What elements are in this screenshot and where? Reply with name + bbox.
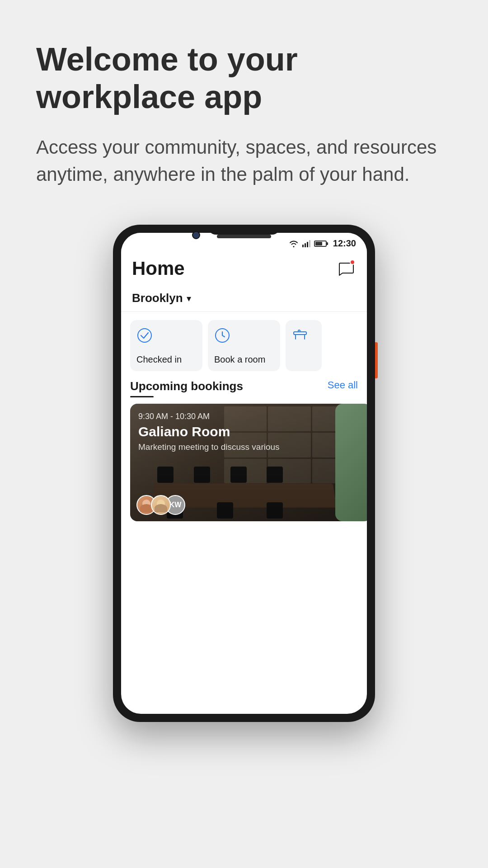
phone-mockup: 12:30 Home Brooklyn ▾ (113, 225, 375, 722)
notification-badge (350, 259, 355, 265)
phone-shell: 12:30 Home Brooklyn ▾ (113, 225, 375, 722)
bookings-section: Upcoming bookings See all (121, 379, 367, 521)
action-card-checked-in[interactable]: Checked in (130, 320, 202, 371)
booking-card-galiano[interactable]: 9:30 AM - 10:30 AM Galiano Room Marketin… (130, 404, 358, 521)
action-label-checked-in: Checked in (136, 354, 196, 365)
action-card-book-room[interactable]: Book a room (208, 320, 280, 371)
phone-screen: 12:30 Home Brooklyn ▾ (121, 233, 367, 714)
status-icons: 12:30 (289, 238, 356, 249)
location-name: Brooklyn (132, 291, 183, 305)
section-header: Upcoming bookings See all (130, 379, 358, 393)
section-underline (130, 396, 154, 397)
avatar-attendee-2 (151, 495, 171, 515)
hero-title: Welcome to your workplace app (36, 41, 452, 116)
app-header: Home (121, 251, 367, 287)
phone-side-button (375, 342, 378, 378)
clock-icon (214, 327, 230, 344)
action-label-book-room: Book a room (214, 354, 274, 365)
attendees: KW (136, 495, 180, 515)
desk-icon (292, 327, 308, 344)
booking-info: 9:30 AM - 10:30 AM Galiano Room Marketin… (130, 404, 358, 460)
section-title: Upcoming bookings (130, 379, 243, 393)
svg-rect-2 (307, 242, 308, 247)
hero-subtitle: Access your community, spaces, and resou… (36, 134, 452, 189)
booking-cards-container: 9:30 AM - 10:30 AM Galiano Room Marketin… (130, 404, 358, 521)
app-title: Home (132, 258, 185, 279)
signal-icon (302, 240, 310, 247)
chevron-down-icon: ▾ (187, 293, 191, 304)
phone-speaker (217, 235, 271, 238)
see-all-link[interactable]: See all (328, 379, 358, 391)
check-circle-icon (136, 327, 153, 344)
svg-point-4 (138, 329, 151, 342)
status-time: 12:30 (333, 238, 356, 249)
action-card-book-desk[interactable] (286, 320, 322, 371)
booking-description: Marketing meeting to discuss various (138, 442, 350, 452)
wifi-icon (289, 240, 299, 247)
quick-actions: Checked in Book a room (121, 312, 367, 379)
booking-room-name: Galiano Room (138, 424, 350, 439)
page-background: Welcome to your workplace app Access you… (0, 0, 488, 868)
location-selector[interactable]: Brooklyn ▾ (121, 287, 367, 312)
booking-time: 9:30 AM - 10:30 AM (138, 412, 350, 421)
notification-button[interactable] (336, 259, 356, 278)
svg-rect-0 (302, 245, 304, 247)
hero-section: Welcome to your workplace app Access you… (0, 41, 488, 189)
svg-rect-1 (305, 243, 306, 247)
battery-icon (314, 241, 327, 247)
booking-card-partial (335, 404, 367, 521)
svg-rect-3 (309, 240, 310, 247)
